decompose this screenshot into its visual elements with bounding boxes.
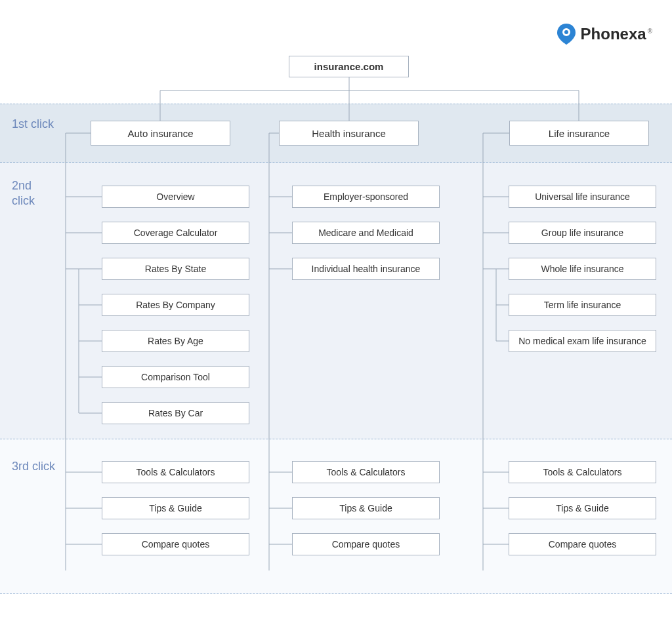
item-life-tools-calculators: Tools & Calculators: [509, 461, 656, 483]
category-life-insurance: Life insurance: [509, 121, 649, 146]
item-auto-comparison-tool: Comparison Tool: [102, 366, 249, 388]
item-health-individual: Individual health insurance: [292, 258, 440, 280]
brand-name: Phonexa®: [581, 25, 652, 43]
label-third-click: 3rd click: [12, 459, 58, 474]
item-auto-rates-by-state: Rates By State: [102, 258, 249, 280]
item-auto-compare-quotes: Compare quotes: [102, 533, 249, 555]
item-auto-coverage-calculator: Coverage Calculator: [102, 222, 249, 244]
brand-logo: Phonexa®: [557, 24, 652, 45]
item-life-whole: Whole life insurance: [509, 258, 656, 280]
item-life-universal: Universal life insurance: [509, 186, 656, 208]
item-health-compare-quotes: Compare quotes: [292, 533, 440, 555]
label-first-click: 1st click: [12, 117, 58, 132]
category-health-insurance: Health insurance: [279, 121, 419, 146]
item-auto-rates-by-age: Rates By Age: [102, 330, 249, 352]
item-health-employer: Employer-sponsored: [292, 186, 440, 208]
item-health-medicare-medicaid: Medicare and Medicaid: [292, 222, 440, 244]
item-life-no-medical: No medical exam life insurance: [509, 330, 656, 352]
item-life-group: Group life insurance: [509, 222, 656, 244]
label-second-click: 2nd click: [12, 178, 58, 209]
item-health-tips-guide: Tips & Guide: [292, 497, 440, 519]
item-life-term: Term life insurance: [509, 294, 656, 316]
item-auto-rates-by-car: Rates By Car: [102, 402, 249, 424]
root-node: insurance.com: [289, 56, 409, 77]
item-life-compare-quotes: Compare quotes: [509, 533, 656, 555]
category-auto-insurance: Auto insurance: [91, 121, 230, 146]
item-auto-tips-guide: Tips & Guide: [102, 497, 249, 519]
item-life-tips-guide: Tips & Guide: [509, 497, 656, 519]
item-health-tools-calculators: Tools & Calculators: [292, 461, 440, 483]
item-auto-overview: Overview: [102, 186, 249, 208]
phonexa-pin-icon: [557, 24, 576, 45]
item-auto-rates-by-company: Rates By Company: [102, 294, 249, 316]
svg-point-1: [564, 30, 568, 34]
item-auto-tools-calculators: Tools & Calculators: [102, 461, 249, 483]
